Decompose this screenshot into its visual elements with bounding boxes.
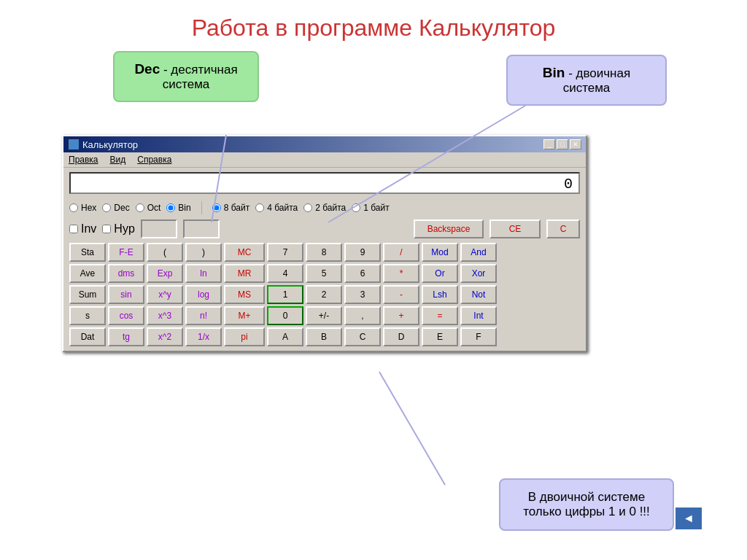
btn-comma[interactable]: ,	[344, 306, 381, 325]
radio-1byte-input[interactable]	[352, 203, 360, 212]
btn-lparen[interactable]: (	[147, 243, 183, 262]
radio-4byte-input[interactable]	[255, 203, 264, 212]
btn-ln[interactable]: ln	[185, 264, 222, 283]
minimize-button[interactable]: _	[543, 139, 555, 149]
btn-sub[interactable]: -	[383, 285, 419, 304]
btn-rparen[interactable]: )	[185, 243, 222, 262]
btn-log[interactable]: log	[185, 285, 222, 304]
btn-exp[interactable]: Exp	[147, 264, 183, 283]
radio-8byte[interactable]: 8 байт	[212, 203, 249, 213]
nav-back-icon: ◄	[683, 512, 694, 525]
btn-div[interactable]: /	[383, 243, 419, 262]
btn-f[interactable]: F	[460, 327, 497, 346]
btn-xpow3[interactable]: x^3	[147, 306, 183, 325]
btn-a[interactable]: A	[267, 327, 303, 346]
btn-sin[interactable]: sin	[108, 285, 144, 304]
inv-checkbox[interactable]	[69, 225, 78, 233]
btn-mr[interactable]: MR	[224, 264, 265, 283]
calc-titlebar-left: Калькулятор	[68, 139, 138, 150]
btn-xor[interactable]: Xor	[460, 264, 497, 283]
btn-int[interactable]: Int	[460, 306, 497, 325]
btn-mod[interactable]: Mod	[422, 243, 458, 262]
radio-hex[interactable]: Hex	[69, 203, 96, 213]
radio-8byte-input[interactable]	[212, 203, 221, 212]
btn-lsh[interactable]: Lsh	[422, 285, 458, 304]
radio-4byte[interactable]: 4 байта	[255, 203, 298, 213]
btn-ave[interactable]: Ave	[69, 264, 106, 283]
nav-back-button[interactable]: ◄	[676, 508, 702, 529]
ce-button[interactable]: CE	[489, 219, 541, 238]
maximize-button[interactable]: □	[557, 139, 568, 149]
btn-d[interactable]: D	[383, 327, 419, 346]
radio-hex-input[interactable]	[69, 203, 78, 212]
inv-checkbox-group[interactable]: Inv	[69, 222, 96, 236]
btn-0[interactable]: 0	[267, 306, 303, 325]
btn-not[interactable]: Not	[460, 285, 497, 304]
annotation-dec-text: - десятичная система	[160, 63, 237, 91]
radio-2byte-label: 2 байта	[315, 203, 346, 213]
hyp-checkbox[interactable]	[102, 225, 111, 233]
btn-1[interactable]: 1	[267, 285, 303, 304]
calc-menubar: Правка Вид Справка	[63, 152, 586, 168]
radio-4byte-label: 4 байта	[267, 203, 298, 213]
btn-mplus[interactable]: M+	[224, 306, 265, 325]
radio-dec[interactable]: Dec	[102, 203, 129, 213]
btn-dms[interactable]: dms	[108, 264, 144, 283]
btn-equals[interactable]: =	[422, 306, 458, 325]
btn-7[interactable]: 7	[267, 243, 303, 262]
button-grid: Sta F-E ( ) MC 7 8 9 / Mod And Ave dms E…	[63, 241, 586, 351]
btn-mc[interactable]: MC	[224, 243, 265, 262]
backspace-button[interactable]: Backspace	[414, 219, 484, 238]
btn-e[interactable]: E	[422, 327, 458, 346]
menu-view[interactable]: Вид	[108, 154, 128, 166]
btn-dat[interactable]: Dat	[69, 327, 106, 346]
close-button[interactable]: ✕	[570, 139, 581, 149]
radio-oct[interactable]: Oct	[136, 203, 161, 213]
annotation-binary-note: В двоичной системе только цифры 1 и 0 !!…	[499, 478, 674, 531]
btn-2[interactable]: 2	[306, 285, 342, 304]
menu-edit[interactable]: Правка	[66, 154, 101, 166]
radio-bin-input[interactable]	[166, 203, 175, 212]
calculator-window: Калькулятор _ □ ✕ Правка Вид Справка 0 H…	[62, 135, 587, 352]
btn-mul[interactable]: *	[383, 264, 419, 283]
radio-2byte[interactable]: 2 байта	[303, 203, 346, 213]
annotation-bin-text: - двоичная система	[563, 66, 631, 95]
btn-b[interactable]: B	[306, 327, 342, 346]
btn-ms[interactable]: MS	[224, 285, 265, 304]
btn-nfact[interactable]: n!	[185, 306, 222, 325]
c-button[interactable]: C	[546, 219, 580, 238]
btn-xpow2[interactable]: x^2	[147, 327, 183, 346]
radio-1byte[interactable]: 1 байт	[352, 203, 389, 213]
page-title: Работа в программе Калькулятор	[0, 0, 747, 49]
radio-bin[interactable]: Bin	[166, 203, 190, 213]
menu-help[interactable]: Справка	[135, 154, 174, 166]
radio-2byte-input[interactable]	[303, 203, 312, 212]
btn-sign[interactable]: +/-	[306, 306, 342, 325]
radio-1byte-label: 1 байт	[363, 203, 389, 213]
btn-3[interactable]: 3	[344, 285, 381, 304]
btn-cos[interactable]: cos	[108, 306, 144, 325]
btn-8[interactable]: 8	[306, 243, 342, 262]
btn-1x[interactable]: 1/x	[185, 327, 222, 346]
radio-oct-label: Oct	[147, 203, 161, 213]
btn-pi[interactable]: pi	[224, 327, 265, 346]
btn-fe[interactable]: F-E	[108, 243, 144, 262]
btn-6[interactable]: 6	[344, 264, 381, 283]
btn-xpowy[interactable]: x^y	[147, 285, 183, 304]
btn-c[interactable]: C	[344, 327, 381, 346]
btn-or[interactable]: Or	[422, 264, 458, 283]
btn-s[interactable]: s	[69, 306, 106, 325]
btn-4[interactable]: 4	[267, 264, 303, 283]
btn-add[interactable]: +	[383, 306, 419, 325]
btn-sum[interactable]: Sum	[69, 285, 106, 304]
btn-tg[interactable]: tg	[108, 327, 144, 346]
annotation-bin-bold: Bin	[543, 65, 565, 80]
btn-9[interactable]: 9	[344, 243, 381, 262]
radio-dec-input[interactable]	[102, 203, 111, 212]
hyp-checkbox-group[interactable]: Hyp	[102, 222, 134, 236]
btn-and[interactable]: And	[460, 243, 497, 262]
btn-sta[interactable]: Sta	[69, 243, 106, 262]
btn-5[interactable]: 5	[306, 264, 342, 283]
radio-oct-input[interactable]	[136, 203, 144, 212]
annotation-dec-bold: Dec	[134, 61, 160, 77]
